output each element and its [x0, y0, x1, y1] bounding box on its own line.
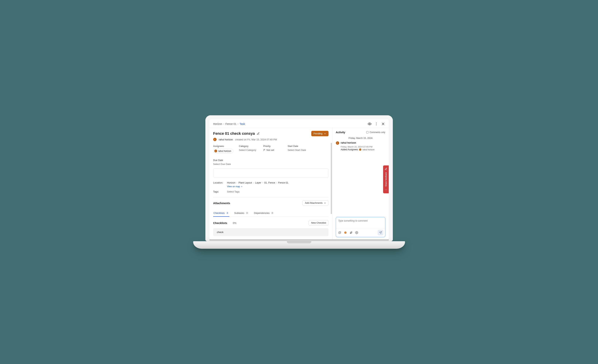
- svg-point-14: [386, 190, 387, 190]
- activity-time: Friday, March 15, 2024 07:49 PM: [341, 146, 373, 148]
- tab-subtasks-count: 0: [245, 212, 249, 214]
- close-icon[interactable]: [381, 122, 385, 126]
- chevron-right-icon: [241, 186, 243, 187]
- activity-assignee-avatar: r: [359, 149, 361, 151]
- startdate-value[interactable]: Select Start Date: [288, 149, 307, 151]
- task-title: Fence 01 check consya: [213, 131, 255, 136]
- comments-only-checkbox[interactable]: [366, 131, 368, 133]
- location-breadcrumbs[interactable]: Horizon› Plant Layout› Layer› 01. Fence›…: [227, 181, 288, 184]
- svg-point-7: [345, 232, 345, 233]
- attachments-title: Attachments: [213, 201, 230, 205]
- comments-only-toggle[interactable]: Comments only: [366, 131, 385, 134]
- tab-checklists[interactable]: Checklists 4: [213, 210, 230, 217]
- status-button[interactable]: Pending: [311, 131, 329, 136]
- assignees-label: Assignees: [213, 145, 233, 148]
- priority-value[interactable]: Not set: [263, 149, 282, 151]
- assignee-avatar: r: [214, 149, 217, 152]
- send-button[interactable]: [378, 230, 383, 235]
- new-checklist-button[interactable]: New Checklist: [309, 220, 328, 225]
- emoji-icon[interactable]: [344, 231, 347, 234]
- category-value[interactable]: Select Category: [239, 149, 258, 151]
- creator-row: r rahul horizon created on Fri, Mar 15, …: [213, 138, 329, 141]
- crumb-horizon[interactable]: Horizon: [213, 122, 222, 125]
- priority-label: Priority: [263, 145, 282, 148]
- view-on-map-link[interactable]: View on map: [227, 185, 243, 188]
- crumb-fence[interactable]: Fence 01: [225, 122, 236, 125]
- send-icon: [379, 231, 382, 234]
- tab-subtasks[interactable]: Subtasks 0: [234, 210, 249, 217]
- description-box[interactable]: [213, 168, 329, 177]
- flag-icon: [263, 149, 266, 151]
- checklist-progress: 0%: [233, 222, 236, 224]
- activity-user: rahul horizon: [341, 141, 356, 144]
- progress-value: 0%: [233, 222, 236, 224]
- add-attachments-button[interactable]: Add Attachments: [302, 200, 329, 206]
- mention-icon[interactable]: @: [338, 231, 341, 234]
- share-feedback-tab[interactable]: Share feedback: [383, 165, 389, 193]
- breadcrumbs: Horizon › Fence 01 › Task: [213, 122, 368, 126]
- activity-item: r rahul horizon Friday, March 15, 2024 0…: [336, 141, 385, 151]
- crumb-task[interactable]: Task: [240, 122, 245, 125]
- tags-value[interactable]: Select Tags: [227, 190, 240, 193]
- svg-point-9: [356, 232, 357, 233]
- activity-assignee-name: rahul horizon: [363, 149, 374, 151]
- tags-label: Tags:: [213, 190, 223, 193]
- creator-name: rahul horizon: [219, 138, 233, 141]
- activity-avatar: r: [336, 141, 339, 145]
- more-horizontal-icon: [385, 189, 387, 191]
- category-label: Category: [239, 145, 258, 148]
- svg-point-8: [346, 232, 346, 233]
- chevron-right-icon: ›: [223, 122, 224, 126]
- comment-input[interactable]: [336, 217, 385, 228]
- activity-date-header: Friday, March 15, 2024: [336, 137, 385, 140]
- checklist-item[interactable]: check: [213, 228, 329, 236]
- gear-icon[interactable]: [355, 231, 358, 234]
- activity-title: Activity: [336, 131, 345, 134]
- tab-dependencies[interactable]: Dependencies 0: [254, 210, 274, 217]
- created-on: created on Fri, Mar 15, 2024 07:49 PM: [235, 138, 277, 141]
- feedback-label: Share feedback: [385, 172, 387, 187]
- svg-point-2: [376, 124, 376, 124]
- activity-action: Added Assignees: [341, 148, 358, 151]
- svg-point-12: [385, 190, 385, 190]
- status-label: Pending: [314, 132, 323, 135]
- comment-box: @: [336, 217, 385, 237]
- pencil-icon: [385, 168, 387, 170]
- scrollbar[interactable]: [331, 143, 332, 214]
- svg-point-0: [369, 124, 370, 124]
- duedate-label: Due Date: [213, 159, 232, 162]
- startdate-label: Start Date: [288, 145, 307, 148]
- svg-point-1: [376, 123, 376, 123]
- duedate-value[interactable]: Select Due Date: [213, 163, 232, 165]
- eye-icon[interactable]: [368, 122, 372, 126]
- location-label: Location:: [213, 181, 223, 184]
- assignee-chip[interactable]: r rahul horizon: [213, 149, 233, 153]
- more-vertical-icon[interactable]: [374, 122, 378, 126]
- svg-point-13: [386, 190, 386, 190]
- tab-checklists-count: 4: [226, 212, 229, 214]
- checklists-title: Checklists: [213, 221, 227, 224]
- chevron-down-icon: [324, 132, 326, 135]
- attachment-icon[interactable]: [349, 231, 353, 234]
- chevron-down-icon: [324, 202, 326, 204]
- creator-avatar: r: [213, 138, 216, 141]
- tab-dependencies-count: 0: [271, 212, 274, 214]
- svg-point-3: [376, 125, 376, 125]
- pencil-icon[interactable]: [257, 132, 260, 135]
- assignee-name: rahul horizon: [218, 150, 231, 152]
- chevron-right-icon: ›: [237, 122, 238, 126]
- svg-point-6: [344, 232, 347, 234]
- top-bar: Horizon › Fence 01 › Task: [209, 119, 389, 128]
